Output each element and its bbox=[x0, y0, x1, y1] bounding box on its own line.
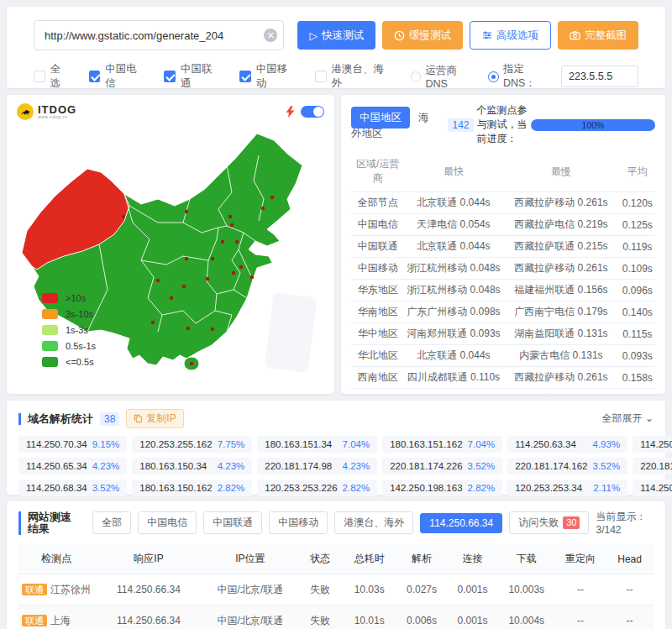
ip-stat-item[interactable]: 180.163.151.1627.04% bbox=[382, 436, 502, 453]
ip-percentage[interactable]: 2.82% bbox=[218, 483, 245, 493]
filter-chip[interactable]: 114.250.66.34 bbox=[420, 513, 502, 533]
checkbox-item[interactable]: 中国联通 bbox=[164, 62, 221, 91]
ip-percentage[interactable]: 4.23% bbox=[92, 461, 120, 471]
result-column-header: 检测点 bbox=[18, 544, 95, 574]
table-row[interactable]: 中国联通北京联通 0.044s西藏拉萨联通 0.215s0.119s bbox=[351, 236, 655, 258]
table-row[interactable]: 联通上海114.250.66.34中国/北京/联通失败10.01s0.006s0… bbox=[18, 605, 654, 629]
ip-stat-item[interactable]: 180.163.151.347.04% bbox=[257, 436, 377, 453]
legend-swatch bbox=[42, 293, 58, 303]
table-row[interactable]: 中国移动浙江杭州移动 0.048s西藏拉萨移动 0.261s0.109s bbox=[351, 258, 655, 280]
checkbox-item[interactable]: 港澳台、海外 bbox=[315, 62, 392, 91]
checkbox-item[interactable]: 中国移动 bbox=[239, 62, 297, 91]
checkbox-item[interactable]: 中国电信 bbox=[89, 62, 146, 91]
full-screenshot-button[interactable]: 完整截图 bbox=[558, 21, 638, 50]
ip-percentage[interactable]: 2.11% bbox=[593, 483, 620, 493]
radio-icon[interactable] bbox=[411, 71, 422, 82]
table-row[interactable]: 中国电信天津电信 0.054s西藏拉萨电信 0.219s0.125s bbox=[351, 214, 655, 236]
ip-stat-item[interactable]: 114.250.66.342.11% bbox=[633, 480, 672, 496]
ip-percentage[interactable]: 7.04% bbox=[468, 439, 496, 449]
filter-chip[interactable]: 访问失败30 bbox=[509, 511, 589, 534]
ip-percentage[interactable]: 3.52% bbox=[92, 483, 120, 493]
node-cell: 联通江苏徐州 bbox=[18, 574, 95, 605]
ip-percentage[interactable]: 3.52% bbox=[593, 461, 621, 471]
clock-icon bbox=[394, 30, 405, 41]
ip-stat-item[interactable]: 180.163.150.344.23% bbox=[132, 458, 252, 474]
ip-stat-item[interactable]: 114.250.70.349.15% bbox=[18, 436, 127, 453]
region-cell: 河南郑州联通 0.093s bbox=[405, 323, 503, 345]
region-cell: 0.125s bbox=[620, 214, 655, 236]
checkbox-unchecked-icon[interactable] bbox=[34, 71, 45, 82]
ip-value: 180.163.150.162 bbox=[139, 483, 212, 493]
ip-stat-item[interactable]: 120.253.255.1627.75% bbox=[132, 436, 252, 453]
table-row[interactable]: 华中地区河南郑州联通 0.093s湖南益阳联通 0.131s0.115s bbox=[351, 323, 655, 345]
ip-stat-item[interactable]: 142.250.198.1632.82% bbox=[382, 480, 502, 496]
dns-count-badge: 38 bbox=[100, 412, 119, 426]
copy-ip-button[interactable]: 复制IP bbox=[126, 409, 183, 428]
legend-swatch bbox=[42, 309, 58, 319]
quick-test-button[interactable]: ▷ 快速测试 bbox=[297, 21, 375, 50]
ip-percentage[interactable]: 4.23% bbox=[343, 461, 370, 471]
result-column-header: 响应IP bbox=[95, 544, 203, 574]
ip-stat-item[interactable]: 220.181.174.984.23% bbox=[257, 458, 377, 474]
ip-percentage[interactable]: 2.82% bbox=[468, 483, 496, 493]
ip-percentage[interactable]: 4.23% bbox=[218, 461, 245, 471]
table-row[interactable]: 联通江苏徐州114.250.66.34中国/北京/联通失败10.03s0.027… bbox=[18, 574, 654, 605]
ip-stat-item[interactable]: 114.250.68.343.52% bbox=[18, 480, 127, 496]
dns-radio-item[interactable]: 运营商DNS bbox=[411, 64, 477, 90]
checkbox-checked-icon[interactable] bbox=[89, 71, 101, 82]
url-input[interactable] bbox=[34, 20, 284, 50]
slow-test-button[interactable]: 缓慢测试 bbox=[382, 21, 463, 50]
region-cell: 北京联通 0.044s bbox=[405, 192, 503, 214]
ip-percentage[interactable]: 7.04% bbox=[343, 439, 370, 449]
ip-percentage[interactable]: 7.75% bbox=[218, 439, 245, 449]
ip-stat-item[interactable]: 114.250.63.344.93% bbox=[507, 436, 627, 453]
ip-stat-item[interactable]: 120.253.253.2262.82% bbox=[257, 480, 377, 496]
ip-stat-item[interactable]: 114.250.69.344.93% bbox=[633, 436, 672, 453]
region-cell: 内蒙古电信 0.131s bbox=[502, 345, 619, 367]
legend-label: 1s-3s bbox=[66, 325, 88, 335]
ip-percentage[interactable]: 9.15% bbox=[92, 439, 120, 449]
table-row[interactable]: 西北地区宁夏银川联通 0.090s陕西延安电信 0.206s0.136s bbox=[351, 389, 655, 395]
checkbox-checked-icon[interactable] bbox=[164, 71, 176, 82]
dns-input[interactable] bbox=[561, 66, 638, 87]
filter-chip[interactable]: 全部 bbox=[92, 511, 131, 534]
result-column-header: 连接 bbox=[447, 544, 497, 574]
ip-percentage[interactable]: 3.52% bbox=[468, 461, 496, 471]
ip-stat-item[interactable]: 220.181.174.1623.52% bbox=[507, 458, 627, 474]
dns-radio-item[interactable]: 指定DNS： bbox=[488, 62, 554, 91]
map-toggle[interactable] bbox=[301, 106, 324, 118]
region-cell: 华南地区 bbox=[351, 301, 405, 323]
checkbox-checked-icon[interactable] bbox=[239, 71, 251, 82]
filter-chip[interactable]: 中国移动 bbox=[269, 511, 328, 534]
expand-all-button[interactable]: 全部展开 ⌄ bbox=[602, 411, 654, 426]
checkbox-unchecked-icon[interactable] bbox=[315, 71, 327, 82]
ip-percentage[interactable]: 4.93% bbox=[593, 439, 621, 449]
connect-time-cell: 0.001s bbox=[447, 574, 497, 605]
ip-value: 114.250.69.34 bbox=[640, 439, 672, 449]
filter-chip[interactable]: 港澳台、海外 bbox=[334, 511, 413, 534]
table-row[interactable]: 华北地区北京联通 0.044s内蒙古电信 0.131s0.093s bbox=[351, 345, 655, 367]
result-column-header: 下载 bbox=[498, 544, 555, 574]
url-row: ✕ ▷ 快速测试 缓慢测试 高级选项 完整截图 bbox=[34, 20, 638, 50]
radio-icon[interactable] bbox=[488, 71, 499, 82]
redirect-cell: -- bbox=[555, 574, 606, 605]
region-cell: 西藏拉萨移动 0.261s bbox=[502, 192, 619, 214]
ip-percentage[interactable]: 2.82% bbox=[343, 483, 370, 493]
ip-stat-item[interactable]: 220.181.174.2263.52% bbox=[382, 458, 502, 474]
region-cell: 中国联通 bbox=[351, 236, 405, 258]
ip-stat-item[interactable]: 114.250.65.344.23% bbox=[18, 458, 127, 474]
advanced-options-button[interactable]: 高级选项 bbox=[470, 21, 551, 50]
filter-chip[interactable]: 中国电信 bbox=[138, 511, 197, 534]
table-row[interactable]: 全部节点北京联通 0.044s西藏拉萨移动 0.261s0.120s bbox=[351, 192, 655, 214]
ip-value: 180.163.151.34 bbox=[265, 439, 332, 449]
table-row[interactable]: 华东地区浙江杭州移动 0.048s福建福州联通 0.156s0.096s bbox=[351, 280, 655, 301]
region-cell: 北京联通 0.044s bbox=[405, 345, 503, 367]
filter-chip[interactable]: 中国联通 bbox=[203, 511, 262, 534]
ip-stat-item[interactable]: 180.163.150.1622.82% bbox=[132, 480, 252, 496]
table-row[interactable]: 华南地区广东广州移动 0.098s广西南宁电信 0.179s0.140s bbox=[351, 301, 655, 323]
ip-stat-item[interactable]: 220.181.174.343.52% bbox=[633, 458, 672, 474]
region-cell: 华东地区 bbox=[351, 280, 405, 301]
checkbox-item[interactable]: 全选 bbox=[34, 62, 71, 91]
ip-stat-item[interactable]: 120.253.253.342.11% bbox=[507, 480, 627, 496]
table-row[interactable]: 西南地区四川成都联通 0.110s西藏拉萨移动 0.261s0.158s bbox=[351, 367, 655, 389]
